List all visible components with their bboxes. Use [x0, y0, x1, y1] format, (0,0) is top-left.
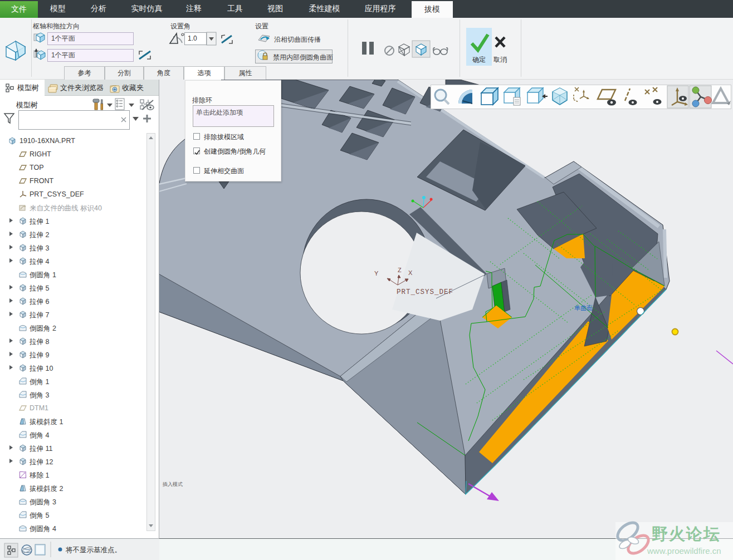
- svg-text:野火论坛: 野火论坛: [652, 525, 721, 543]
- svg-text:取消: 取消: [493, 56, 507, 63]
- svg-text:X: X: [408, 269, 413, 276]
- svg-text:单曲面: 单曲面: [574, 304, 593, 311]
- svg-text:Z: Z: [398, 267, 402, 273]
- svg-text:确定: 确定: [472, 56, 486, 63]
- svg-text:PRT_CSYS_DEF: PRT_CSYS_DEF: [397, 288, 453, 296]
- svg-text:Y: Y: [374, 270, 379, 277]
- svg-text:www.proewildfire.cn: www.proewildfire.cn: [647, 546, 721, 556]
- svg-text:插入模式: 插入模式: [162, 482, 183, 487]
- svg-text:将不显示基准点。: 将不显示基准点。: [65, 546, 121, 554]
